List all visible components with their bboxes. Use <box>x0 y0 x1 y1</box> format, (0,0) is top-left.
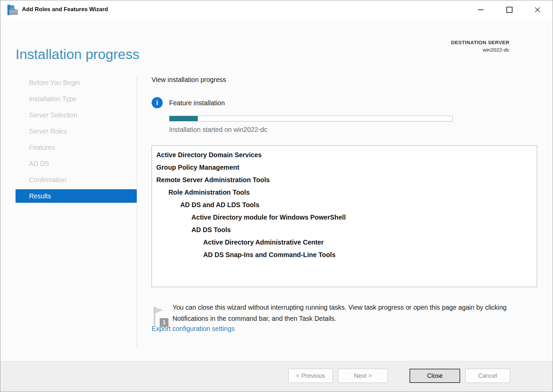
list-item: Remote Server Administration Tools <box>152 174 537 186</box>
close-button[interactable]: Close <box>410 369 460 383</box>
sidebar-item-confirmation[interactable]: Confirmation <box>16 173 137 187</box>
list-item: Active Directory Administrative Center <box>152 236 537 249</box>
destination-server-block: DESTINATION SERVER win2022-dc <box>451 39 509 53</box>
minimize-icon <box>478 9 483 10</box>
sidebar-item-before-you-begin[interactable]: Before You Begin <box>16 76 137 89</box>
wizard-steps-sidebar: Before You Begin Installation Type Serve… <box>16 76 137 205</box>
info-circle-icon: i <box>152 97 163 108</box>
list-item: Active Directory module for Windows Powe… <box>152 211 537 224</box>
close-window-button[interactable] <box>530 3 545 17</box>
status-title: Feature installation <box>169 99 225 107</box>
sidebar-item-features[interactable]: Features <box>16 141 137 154</box>
sidebar-item-server-selection[interactable]: Server Selection <box>16 108 137 122</box>
installation-progress-bar <box>169 116 453 121</box>
window-title: Add Roles and Features Wizard <box>22 6 108 13</box>
list-item: AD DS and AD LDS Tools <box>152 199 537 211</box>
sidebar-item-installation-type[interactable]: Installation Type <box>16 92 137 106</box>
sidebar-divider <box>137 75 137 348</box>
list-item: Group Policy Management <box>152 161 537 174</box>
titlebar[interactable]: Add Roles and Features Wizard <box>0 0 553 20</box>
minimize-button[interactable] <box>473 3 489 17</box>
installed-features-list[interactable]: Active Directory Domain Services Group P… <box>152 145 537 287</box>
roles-features-wizard-icon <box>6 4 19 16</box>
section-title: View installation progress <box>152 76 226 84</box>
page-title: Installation progress <box>16 47 139 62</box>
destination-server-label: DESTINATION SERVER <box>451 39 509 45</box>
export-configuration-link[interactable]: Export configuration settings <box>152 325 235 333</box>
wizard-window: Add Roles and Features Wizard Installati… <box>0 0 553 392</box>
sidebar-item-results[interactable]: Results <box>16 189 137 203</box>
list-item: AD DS Snap-Ins and Command-Line Tools <box>152 249 537 261</box>
maximize-button[interactable] <box>502 3 517 17</box>
previous-button[interactable]: < Previous <box>288 369 333 383</box>
next-button[interactable]: Next > <box>338 369 388 383</box>
list-item: AD DS Tools <box>152 224 537 236</box>
progress-bar-fill <box>169 116 198 121</box>
cancel-button[interactable]: Cancel <box>465 369 510 383</box>
maximize-icon <box>506 7 512 13</box>
list-item: Active Directory Domain Services <box>152 149 537 161</box>
sidebar-item-server-roles[interactable]: Server Roles <box>16 124 137 138</box>
status-detail: Installation started on win2022-dc <box>169 126 267 134</box>
close-icon <box>535 7 540 12</box>
destination-server-name: win2022-dc <box>451 47 509 53</box>
list-item: Role Administration Tools <box>152 186 537 199</box>
footer-bar: < Previous Next > Close Cancel <box>0 361 553 392</box>
note-text: You can close this wizard without interr… <box>173 302 507 324</box>
sidebar-item-ad-ds[interactable]: AD DS <box>16 157 137 170</box>
